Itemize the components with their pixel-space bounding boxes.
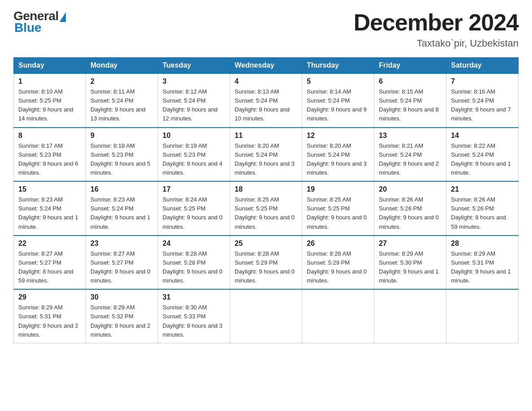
table-row: 19 Sunrise: 8:25 AMSunset: 5:25 PMDaylig… [302, 181, 374, 235]
table-row: 21 Sunrise: 8:26 AMSunset: 5:26 PMDaylig… [446, 181, 519, 235]
day-info: Sunrise: 8:29 AMSunset: 5:30 PMDaylight:… [379, 250, 439, 284]
table-row: 25 Sunrise: 8:28 AMSunset: 5:29 PMDaylig… [230, 235, 302, 290]
header-thursday: Thursday [302, 58, 374, 74]
day-info: Sunrise: 8:13 AMSunset: 5:24 PMDaylight:… [235, 88, 290, 122]
calendar-title: December 2024 [353, 9, 519, 36]
table-row: 23 Sunrise: 8:27 AMSunset: 5:27 PMDaylig… [86, 235, 158, 290]
table-row: 13 Sunrise: 8:21 AMSunset: 5:24 PMDaylig… [374, 128, 446, 182]
day-number: 26 [307, 240, 369, 248]
calendar-table: Sunday Monday Tuesday Wednesday Thursday… [13, 57, 519, 343]
day-number: 22 [18, 240, 81, 248]
day-number: 16 [90, 185, 153, 193]
location-subtitle: Taxtako`pir, Uzbekistan [353, 38, 519, 49]
day-number: 4 [235, 77, 297, 86]
day-number: 30 [90, 293, 153, 301]
calendar-body: 1 Sunrise: 8:10 AMSunset: 5:25 PMDayligh… [14, 73, 519, 343]
day-number: 27 [379, 240, 442, 248]
day-info: Sunrise: 8:30 AMSunset: 5:33 PMDaylight:… [163, 304, 223, 338]
day-info: Sunrise: 8:27 AMSunset: 5:27 PMDaylight:… [18, 250, 73, 284]
day-info: Sunrise: 8:16 AMSunset: 5:24 PMDaylight:… [451, 88, 511, 122]
page-header: General Blue December 2024 Taxtako`pir, … [13, 9, 519, 49]
table-row: 30 Sunrise: 8:29 AMSunset: 5:32 PMDaylig… [86, 289, 158, 343]
table-row: 18 Sunrise: 8:25 AMSunset: 5:25 PMDaylig… [230, 181, 302, 235]
day-number: 10 [163, 132, 225, 140]
day-number: 13 [379, 132, 442, 140]
day-info: Sunrise: 8:20 AMSunset: 5:24 PMDaylight:… [307, 142, 367, 176]
day-number: 23 [90, 240, 153, 248]
table-row [302, 289, 374, 343]
header-saturday: Saturday [446, 58, 519, 74]
table-row: 4 Sunrise: 8:13 AMSunset: 5:24 PMDayligh… [230, 73, 302, 128]
calendar-header: Sunday Monday Tuesday Wednesday Thursday… [14, 58, 519, 74]
table-row: 22 Sunrise: 8:27 AMSunset: 5:27 PMDaylig… [14, 235, 86, 290]
day-number: 31 [163, 293, 225, 301]
day-info: Sunrise: 8:29 AMSunset: 5:31 PMDaylight:… [18, 304, 78, 338]
day-info: Sunrise: 8:23 AMSunset: 5:24 PMDaylight:… [18, 196, 78, 230]
header-tuesday: Tuesday [158, 58, 230, 74]
table-row: 27 Sunrise: 8:29 AMSunset: 5:30 PMDaylig… [374, 235, 446, 290]
table-row: 14 Sunrise: 8:22 AMSunset: 5:24 PMDaylig… [446, 128, 519, 182]
logo-triangle-icon [60, 12, 66, 22]
table-row: 17 Sunrise: 8:24 AMSunset: 5:25 PMDaylig… [158, 181, 230, 235]
table-row: 28 Sunrise: 8:29 AMSunset: 5:31 PMDaylig… [446, 235, 519, 290]
day-number: 28 [451, 240, 514, 248]
table-row: 31 Sunrise: 8:30 AMSunset: 5:33 PMDaylig… [158, 289, 230, 343]
day-info: Sunrise: 8:21 AMSunset: 5:24 PMDaylight:… [379, 142, 439, 176]
day-number: 12 [307, 132, 369, 140]
table-row: 9 Sunrise: 8:18 AMSunset: 5:23 PMDayligh… [86, 128, 158, 182]
table-row [374, 289, 446, 343]
day-info: Sunrise: 8:29 AMSunset: 5:31 PMDaylight:… [451, 250, 511, 284]
day-info: Sunrise: 8:23 AMSunset: 5:24 PMDaylight:… [90, 196, 150, 230]
day-info: Sunrise: 8:28 AMSunset: 5:29 PMDaylight:… [307, 250, 367, 284]
day-number: 24 [163, 240, 225, 248]
day-number: 21 [451, 185, 514, 193]
day-number: 18 [235, 185, 297, 193]
day-number: 20 [379, 185, 442, 193]
table-row [446, 289, 519, 343]
day-number: 19 [307, 185, 369, 193]
day-number: 3 [163, 77, 225, 86]
table-row: 12 Sunrise: 8:20 AMSunset: 5:24 PMDaylig… [302, 128, 374, 182]
day-number: 1 [18, 77, 81, 86]
day-info: Sunrise: 8:25 AMSunset: 5:25 PMDaylight:… [307, 196, 367, 230]
day-info: Sunrise: 8:14 AMSunset: 5:24 PMDaylight:… [307, 88, 367, 122]
logo: General Blue [13, 9, 66, 35]
day-info: Sunrise: 8:27 AMSunset: 5:27 PMDaylight:… [90, 250, 150, 284]
day-info: Sunrise: 8:18 AMSunset: 5:23 PMDaylight:… [90, 142, 150, 176]
day-info: Sunrise: 8:12 AMSunset: 5:24 PMDaylight:… [163, 88, 218, 122]
table-row: 29 Sunrise: 8:29 AMSunset: 5:31 PMDaylig… [14, 289, 86, 343]
day-info: Sunrise: 8:20 AMSunset: 5:24 PMDaylight:… [235, 142, 295, 176]
day-info: Sunrise: 8:26 AMSunset: 5:26 PMDaylight:… [451, 196, 506, 230]
day-number: 14 [451, 132, 514, 140]
day-number: 5 [307, 77, 369, 86]
day-info: Sunrise: 8:29 AMSunset: 5:32 PMDaylight:… [90, 304, 150, 338]
table-row: 24 Sunrise: 8:28 AMSunset: 5:28 PMDaylig… [158, 235, 230, 290]
table-row: 1 Sunrise: 8:10 AMSunset: 5:25 PMDayligh… [14, 73, 86, 128]
day-info: Sunrise: 8:17 AMSunset: 5:23 PMDaylight:… [18, 142, 78, 176]
day-info: Sunrise: 8:28 AMSunset: 5:28 PMDaylight:… [163, 250, 223, 284]
day-info: Sunrise: 8:28 AMSunset: 5:29 PMDaylight:… [235, 250, 295, 284]
table-row: 11 Sunrise: 8:20 AMSunset: 5:24 PMDaylig… [230, 128, 302, 182]
day-info: Sunrise: 8:25 AMSunset: 5:25 PMDaylight:… [235, 196, 295, 230]
day-number: 7 [451, 77, 514, 86]
table-row: 26 Sunrise: 8:28 AMSunset: 5:29 PMDaylig… [302, 235, 374, 290]
table-row: 7 Sunrise: 8:16 AMSunset: 5:24 PMDayligh… [446, 73, 519, 128]
table-row: 6 Sunrise: 8:15 AMSunset: 5:24 PMDayligh… [374, 73, 446, 128]
header-friday: Friday [374, 58, 446, 74]
day-info: Sunrise: 8:26 AMSunset: 5:26 PMDaylight:… [379, 196, 439, 230]
day-number: 9 [90, 132, 153, 140]
table-row: 20 Sunrise: 8:26 AMSunset: 5:26 PMDaylig… [374, 181, 446, 235]
table-row: 2 Sunrise: 8:11 AMSunset: 5:24 PMDayligh… [86, 73, 158, 128]
day-info: Sunrise: 8:19 AMSunset: 5:23 PMDaylight:… [163, 142, 223, 176]
header-monday: Monday [86, 58, 158, 74]
day-number: 8 [18, 132, 81, 140]
title-block: December 2024 Taxtako`pir, Uzbekistan [353, 9, 519, 49]
table-row: 10 Sunrise: 8:19 AMSunset: 5:23 PMDaylig… [158, 128, 230, 182]
table-row: 8 Sunrise: 8:17 AMSunset: 5:23 PMDayligh… [14, 128, 86, 182]
table-row: 16 Sunrise: 8:23 AMSunset: 5:24 PMDaylig… [86, 181, 158, 235]
table-row [230, 289, 302, 343]
day-number: 29 [18, 293, 81, 301]
day-number: 11 [235, 132, 297, 140]
table-row: 15 Sunrise: 8:23 AMSunset: 5:24 PMDaylig… [14, 181, 86, 235]
table-row: 5 Sunrise: 8:14 AMSunset: 5:24 PMDayligh… [302, 73, 374, 128]
